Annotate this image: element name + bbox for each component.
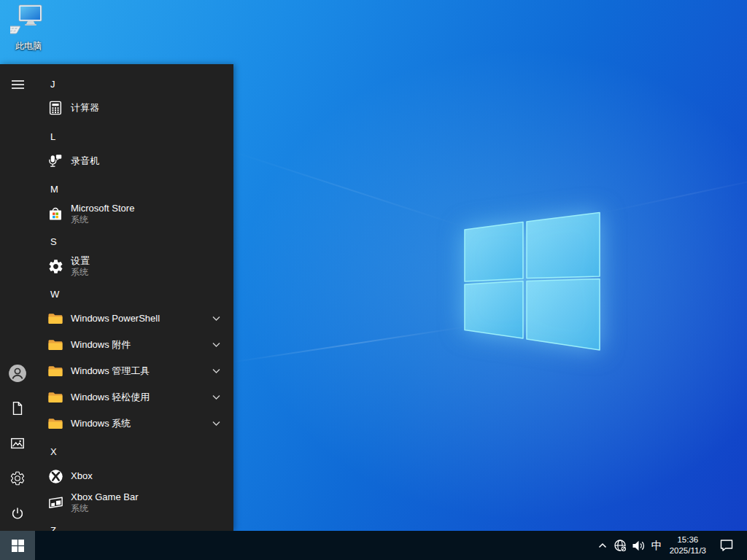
windows-start-icon [12,540,24,552]
pictures-button[interactable] [0,426,35,461]
tray-clock[interactable]: 15:36 2025/11/3 [670,534,706,556]
show-hidden-icons-button[interactable] [597,541,608,550]
action-center-icon [719,539,734,552]
pictures-icon [9,435,26,451]
windows-logo-wallpaper [460,208,602,354]
folder-icon [47,415,64,432]
documents-button[interactable] [0,391,35,426]
volume-icon [632,540,646,552]
section-letter: Z [50,525,56,532]
section-header-j[interactable]: J [35,71,233,97]
desktop-icon-this-pc[interactable]: 此电脑 [8,4,49,52]
app-label: Windows 轻松使用 [71,392,150,403]
tray-date: 2025/11/3 [670,545,706,556]
taskbar: 中 15:36 2025/11/3 [0,531,747,560]
start-app-xbox-game-bar[interactable]: Xbox Game Bar 系统 [35,486,233,519]
app-subtitle: 系统 [71,267,90,277]
folder-icon [47,362,64,380]
folder-icon [47,389,64,406]
app-label: Windows 管理工具 [71,365,150,377]
network-status-button[interactable] [614,539,627,553]
start-app-microsoft-store[interactable]: Microsoft Store 系统 [35,197,233,230]
start-menu: J 计算器 L [0,64,233,531]
section-letter: M [50,184,58,195]
section-letter: S [50,236,57,247]
start-app-calculator[interactable]: 计算器 [35,95,233,121]
app-label: Windows 系统 [71,418,131,429]
start-button[interactable] [0,531,35,560]
voice-recorder-icon [47,152,64,170]
section-letter: W [50,289,59,300]
chevron-down-icon[interactable] [212,343,220,348]
app-label: 设置 [71,255,90,267]
action-center-button[interactable] [719,539,734,552]
windows-desktop-screen: 此电脑 [0,0,747,560]
chevron-down-icon[interactable] [212,421,220,427]
expand-menu-button[interactable] [0,67,35,102]
section-header-x[interactable]: X [35,438,233,464]
power-icon [9,505,26,521]
account-button[interactable] [0,356,35,391]
documents-icon [9,400,26,416]
app-label: 计算器 [71,102,99,114]
app-label: Xbox Game Bar [71,491,139,503]
hidden-icons-chevron-icon [597,541,608,550]
start-folder-windows-system[interactable]: Windows 系统 [35,411,233,437]
this-pc-icon [10,4,47,36]
start-folder-windows-powershell[interactable]: Windows PowerShell [35,306,233,332]
section-header-z[interactable]: Z [35,517,233,531]
section-header-l[interactable]: L [35,123,233,149]
app-label: Xbox [71,470,93,482]
start-app-settings[interactable]: 设置 系统 [35,249,233,283]
light-ray [231,150,467,228]
chevron-down-icon[interactable] [212,369,220,374]
system-tray: 中 15:36 2025/11/3 [597,531,747,560]
settings-gear-icon [9,470,26,486]
network-globe-icon [614,539,627,553]
app-subtitle: 系统 [71,503,139,513]
tray-time: 15:36 [677,534,698,545]
calculator-icon [47,99,64,117]
chevron-down-icon[interactable] [212,316,220,322]
settings-gear-icon [47,257,64,275]
folder-icon [47,336,64,354]
rail-settings-button[interactable] [0,461,35,496]
power-button[interactable] [0,496,35,531]
volume-button[interactable] [632,540,646,552]
taskbar-empty-area [35,531,597,560]
app-label: Microsoft Store [71,203,134,214]
hamburger-menu-icon [12,79,24,90]
start-folder-windows-accessories[interactable]: Windows 附件 [35,332,233,358]
app-label: Windows 附件 [71,339,131,351]
app-subtitle: 系统 [71,214,134,225]
user-account-icon [8,364,27,383]
app-label: Windows PowerShell [71,313,160,324]
microsoft-store-icon [47,205,64,222]
start-app-voice-recorder[interactable]: 录音机 [35,148,233,174]
folder-icon [47,310,64,327]
xbox-icon [47,467,64,485]
section-letter: X [50,446,57,457]
section-letter: L [50,131,55,142]
section-letter: J [50,79,55,90]
app-label: 录音机 [71,155,99,167]
xbox-game-bar-icon [47,494,64,511]
desktop-icon-label: 此电脑 [8,40,49,52]
light-ray [598,174,747,214]
start-folder-windows-ease-of-access[interactable]: Windows 轻松使用 [35,384,233,411]
ime-indicator[interactable]: 中 [651,539,662,553]
light-ray [231,326,469,363]
section-header-w[interactable]: W [35,281,233,307]
start-folder-windows-admin-tools[interactable]: Windows 管理工具 [35,358,233,384]
start-menu-rail [0,64,35,531]
chevron-down-icon[interactable] [212,395,220,400]
